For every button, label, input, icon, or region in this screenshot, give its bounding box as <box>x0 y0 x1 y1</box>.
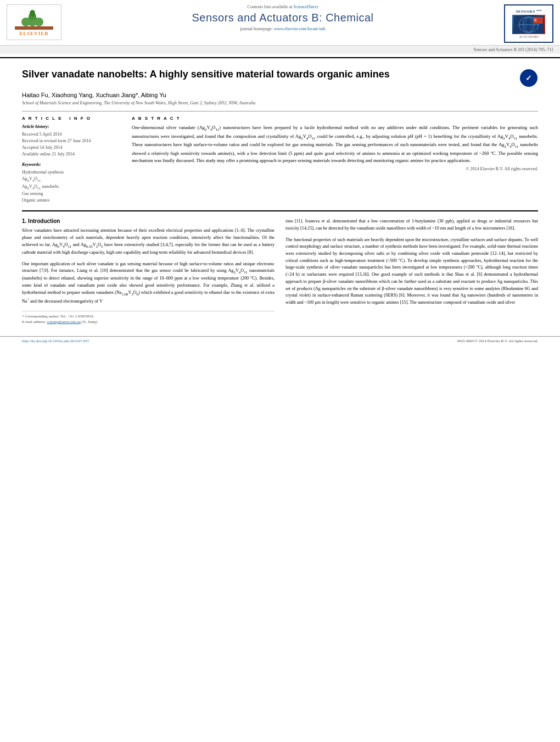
sensors-logo-bottom-label: ACTUATORS <box>519 35 538 38</box>
body-text-col1-p2: One important application of such silver… <box>22 261 275 305</box>
article-info-abstract-section: A R T I C L E I N F O Article history: R… <box>22 116 538 204</box>
keyword-2: Ag2V4O11 <box>22 176 121 183</box>
abstract-header: A B S T R A C T <box>132 116 538 121</box>
footnote-email-suffix: (X. Jiang). <box>82 320 98 324</box>
svg-rect-6 <box>15 26 53 30</box>
contents-label: Contents lists available at <box>248 4 293 9</box>
footnote-section: * Corresponding author. Tel.: +61 2 9385… <box>22 311 275 325</box>
footer-bar: http://dx.doi.org/10.1016/j.snb.2014.07.… <box>0 336 560 345</box>
affiliation: School of Materials Science and Engineer… <box>22 101 538 105</box>
article-received: Received 5 April 2014 <box>22 131 121 138</box>
svg-point-3 <box>35 18 43 26</box>
keyword-5: Organic amines <box>22 197 121 204</box>
article-available: Available online 21 July 2014 <box>22 151 121 158</box>
article-header-bar: Sensors and Actuators B 203 (2014) 705–7… <box>0 45 560 54</box>
article-revised: Received in revised form 27 June 2014 <box>22 138 121 144</box>
body-text-col2-p1: ions [11]. Ivanova et al. demonstrated t… <box>285 218 538 232</box>
footer-issn: 0925-4005/© 2014 Elsevier B.V. All right… <box>457 339 538 343</box>
article-title-section: Silver vanadate nanobelts: A highly sens… <box>22 68 538 87</box>
section1-title: 1. Introduction <box>22 218 275 224</box>
sensors-logo-box: SENSORS and B ACTUATORS <box>504 4 553 43</box>
body-two-col: 1. Introduction Silver vanadates have at… <box>22 218 538 325</box>
journal-homepage: journal homepage: www.elsevier.com/locat… <box>72 26 493 31</box>
sensors-logo-image: B <box>512 15 545 34</box>
crossmark-circle: ✓ <box>520 69 537 87</box>
article-info-header: A R T I C L E I N F O <box>22 116 121 121</box>
keyword-3: Ag2V4O11 nanobelts <box>22 183 121 191</box>
elsevier-tree-icon <box>15 9 53 30</box>
svg-point-5 <box>30 10 35 16</box>
authors: Haitao Fu, Xiaohong Yang, Xuchuan Jiang*… <box>22 92 538 98</box>
article-title: Silver vanadate nanobelts: A highly sens… <box>22 68 519 81</box>
divider-line-1 <box>22 111 538 111</box>
header-top: ELSEVIER Contents lists available at Sci… <box>0 0 560 45</box>
article-accepted: Accepted 14 July 2014 <box>22 144 121 151</box>
journal-citation: Sensors and Actuators B 203 (2014) 705–7… <box>474 47 553 52</box>
elsevier-logo: ELSEVIER <box>7 4 61 40</box>
footnote-email-label: E-mail address: <box>22 320 46 324</box>
body-col-left: 1. Introduction Silver vanadates have at… <box>22 218 275 325</box>
body-col-right: ions [11]. Ivanova et al. demonstrated t… <box>285 218 538 325</box>
svg-text:B: B <box>534 18 537 22</box>
journal-title-main: Sensors and Actuators B: Chemical <box>72 12 493 24</box>
journal-header: ELSEVIER Contents lists available at Sci… <box>0 0 560 58</box>
article-info-col: A R T I C L E I N F O Article history: R… <box>22 116 121 204</box>
abstract-text: One-dimensional silver vanadate (Ag2V4O1… <box>132 124 538 164</box>
footnote-email: E-mail address: xcjiang@unsw.edu.au (X. … <box>22 319 275 325</box>
body-text-col1-p1: Silver vanadates have attracted increasi… <box>22 227 275 256</box>
science-direct-link: Contents lists available at ScienceDirec… <box>72 4 493 9</box>
footer-doi-link[interactable]: http://dx.doi.org/10.1016/j.snb.2014.07.… <box>22 339 89 343</box>
article-history-label: Article history: <box>22 124 121 129</box>
sensors-logo-top-label: SENSORS and <box>516 9 541 14</box>
elsevier-wordmark: ELSEVIER <box>19 31 49 36</box>
body-text-col2-p2: The functional properties of such materi… <box>285 237 538 306</box>
science-direct-anchor[interactable]: ScienceDirect <box>294 4 318 9</box>
journal-center: Contents lists available at ScienceDirec… <box>61 4 504 31</box>
homepage-label: journal homepage: <box>240 26 273 31</box>
footnote-corresponding: * Corresponding author. Tel.: +61 2 9385… <box>22 314 275 320</box>
copyright-text: © 2014 Elsevier B.V. All rights reserved… <box>132 166 538 171</box>
keywords-label: Keywords: <box>22 162 121 167</box>
page: ELSEVIER Contents lists available at Sci… <box>0 0 560 742</box>
svg-point-2 <box>21 18 30 26</box>
svg-text:✓: ✓ <box>525 74 532 82</box>
abstract-col: A B S T R A C T One-dimensional silver v… <box>132 116 538 204</box>
thick-divider <box>22 210 538 211</box>
journal-url[interactable]: www.elsevier.com/locate/snb <box>274 26 326 31</box>
keywords-section: Keywords: Hydrothermal synthesis Ag2V4O1… <box>22 162 121 204</box>
crossmark-icon: ✓ <box>521 70 536 86</box>
keyword-4: Gas sensing <box>22 191 121 197</box>
crossmark-logo: ✓ <box>519 68 538 87</box>
keyword-1: Hydrothermal synthesis <box>22 169 121 176</box>
article-content: Silver vanadate nanobelts: A highly sens… <box>0 60 560 333</box>
footnote-email-link[interactable]: xcjiang@unsw.edu.au <box>47 320 81 324</box>
sensors-globe-icon: B <box>514 16 544 34</box>
